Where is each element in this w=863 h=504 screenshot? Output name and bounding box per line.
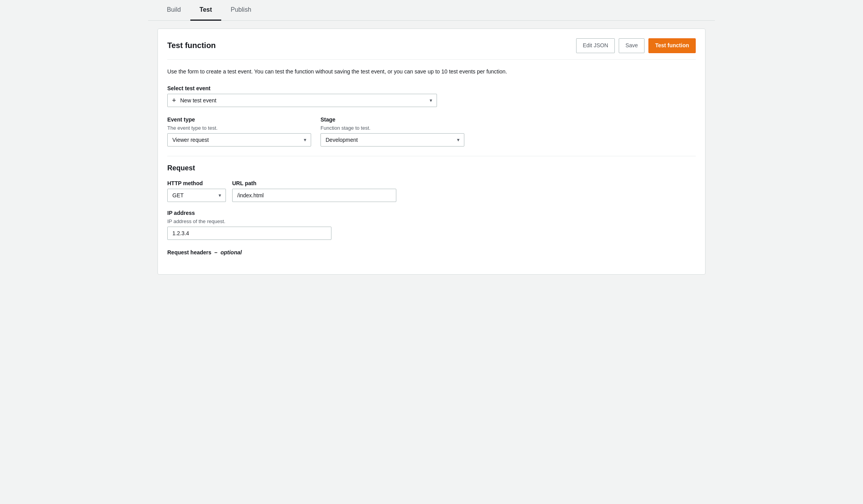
- event-type-stage-row: Event type The event type to test. Viewe…: [167, 116, 464, 147]
- ip-address-section: IP address IP address of the request.: [167, 210, 696, 240]
- tab-build[interactable]: Build: [158, 0, 190, 21]
- event-type-wrapper: Viewer request Viewer response Origin re…: [167, 133, 311, 147]
- select-test-event-label: Select test event: [167, 85, 437, 91]
- select-test-event-section: Select test event + New test event ▼: [167, 85, 437, 107]
- panel-title: Test function: [167, 41, 216, 50]
- save-button[interactable]: Save: [619, 38, 645, 53]
- request-headers-section: Request headers – optional: [167, 249, 696, 256]
- description-text: Use the form to create a test event. You…: [167, 68, 696, 76]
- main-content: Test function Edit JSON Save Test functi…: [148, 21, 715, 282]
- panel-header-actions: Edit JSON Save Test function: [576, 38, 696, 53]
- request-headers-label: Request headers – optional: [167, 249, 242, 256]
- stage-section: Stage Function stage to test. Developmen…: [320, 116, 464, 147]
- ip-address-label: IP address: [167, 210, 696, 216]
- http-method-section: HTTP method GET POST PUT DELETE HEAD OPT…: [167, 180, 226, 202]
- test-function-button[interactable]: Test function: [648, 38, 696, 53]
- select-test-event-dropdown[interactable]: New test event: [167, 94, 437, 107]
- stage-dropdown[interactable]: Development Live: [320, 133, 464, 147]
- edit-json-button[interactable]: Edit JSON: [576, 38, 615, 53]
- stage-sublabel: Function stage to test.: [320, 125, 464, 131]
- test-function-panel: Test function Edit JSON Save Test functi…: [158, 29, 705, 275]
- tab-navigation: Build Test Publish: [148, 0, 715, 21]
- event-type-label: Event type: [167, 116, 311, 123]
- http-method-wrapper: GET POST PUT DELETE HEAD OPTIONS PATCH ▼: [167, 189, 226, 202]
- stage-wrapper: Development Live ▼: [320, 133, 464, 147]
- event-type-section: Event type The event type to test. Viewe…: [167, 116, 311, 147]
- url-path-label: URL path: [232, 180, 696, 186]
- page-container: Build Test Publish Test function Edit JS…: [148, 0, 715, 504]
- url-path-input[interactable]: [232, 189, 396, 202]
- stage-label: Stage: [320, 116, 464, 123]
- tab-test[interactable]: Test: [190, 0, 222, 21]
- select-test-event-wrapper: + New test event ▼: [167, 94, 437, 107]
- section-divider: [167, 156, 696, 156]
- event-type-sublabel: The event type to test.: [167, 125, 311, 131]
- url-path-section: URL path: [232, 180, 696, 202]
- tab-publish[interactable]: Publish: [221, 0, 260, 21]
- http-method-label: HTTP method: [167, 180, 226, 186]
- request-row: HTTP method GET POST PUT DELETE HEAD OPT…: [167, 180, 696, 202]
- ip-address-sublabel: IP address of the request.: [167, 218, 696, 224]
- http-method-dropdown[interactable]: GET POST PUT DELETE HEAD OPTIONS PATCH: [167, 189, 226, 202]
- ip-address-input[interactable]: [167, 227, 331, 240]
- request-section-title: Request: [167, 164, 696, 172]
- panel-header: Test function Edit JSON Save Test functi…: [167, 38, 696, 60]
- event-type-dropdown[interactable]: Viewer request Viewer response Origin re…: [167, 133, 311, 147]
